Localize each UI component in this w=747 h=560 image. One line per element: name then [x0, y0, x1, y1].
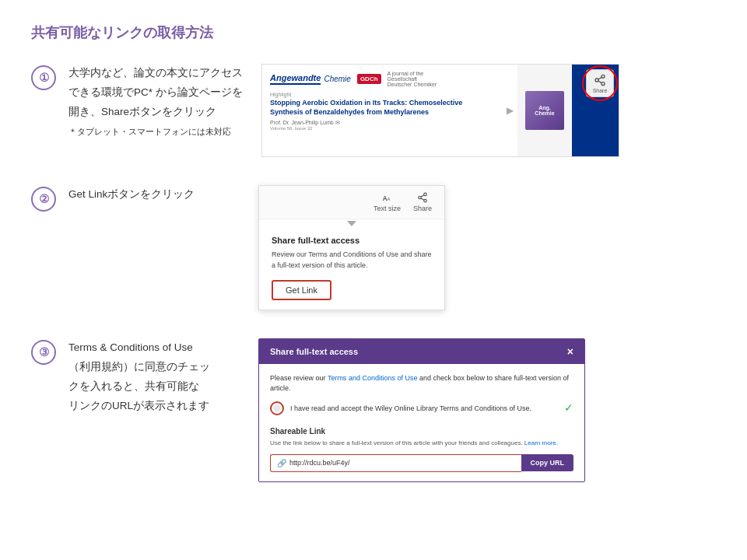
share-panel-title: Share full-text access	[272, 236, 432, 245]
toolbar-share-label: Share	[413, 205, 432, 212]
share-panel: Share full-text access Review our Terms …	[259, 226, 444, 310]
modal-body: Please review our Terms and Conditions o…	[259, 364, 584, 481]
terms-text: Please review our Terms and Conditions o…	[270, 373, 573, 393]
checkbox-inner	[273, 404, 281, 412]
svg-line-11	[421, 195, 424, 197]
step-3-number: ③	[31, 340, 56, 365]
svg-line-4	[598, 77, 602, 79]
article-author: Prof. Dr. Jean-Philip Lumb ✉	[270, 120, 494, 126]
gdch-badge: GDCh	[357, 74, 381, 84]
svg-line-3	[598, 81, 602, 83]
checkbox-label: I have read and accept the Wiley Online …	[290, 404, 558, 414]
step-1-text: 大学内など、論文の本文にアクセス できる環境でPC* から論文ページを 開き、S…	[68, 64, 243, 142]
step-3: ③ Terms & Conditions of Use （利用規約）に同意のチェ…	[31, 338, 716, 482]
journal-sidebar: Ang.Chemie	[517, 65, 572, 156]
shareable-desc: Use the link below to share a full-text …	[270, 439, 573, 448]
checkbox-row: I have read and accept the Wiley Online …	[270, 401, 573, 416]
step-1-image: Angewandte Chemie GDCh A journal of theG…	[261, 64, 619, 157]
step-2-content: Get Linkボタンをクリック A A Text size	[68, 185, 716, 310]
toolbar-text-size[interactable]: A A Text size	[374, 192, 401, 212]
toolbar-share-icon	[417, 192, 428, 203]
svg-point-0	[601, 75, 605, 78]
shareable-section: Shareable Link Use the link below to sha…	[270, 427, 573, 472]
modal-title: Share full-text access	[270, 347, 358, 356]
svg-text:A: A	[383, 195, 388, 202]
screenshot-1: Angewandte Chemie GDCh A journal of theG…	[261, 64, 619, 157]
screenshot-2: A A Text size Share	[258, 185, 445, 310]
svg-point-1	[595, 79, 598, 82]
get-link-button[interactable]: Get Link	[272, 280, 331, 300]
share-button[interactable]: Share	[586, 69, 614, 97]
svg-point-7	[424, 193, 427, 196]
share-panel-desc: Review our Terms and Conditions of Use a…	[272, 250, 432, 271]
thumbnail-box: Ang.Chemie	[525, 91, 564, 130]
svg-line-10	[421, 198, 424, 200]
step-2: ② Get Linkボタンをクリック A A Text size	[31, 185, 716, 310]
share-label: Share	[593, 88, 608, 93]
svg-text:A: A	[388, 197, 391, 201]
journal-subtitle: A journal of theGesellschaftDeutscher Ch…	[388, 71, 437, 87]
share-icon	[594, 74, 606, 86]
link-icon: 🔗	[277, 459, 286, 467]
article-meta: Volume 56, Issue 32	[270, 126, 494, 131]
modal-close-button[interactable]: ×	[567, 345, 573, 358]
step-3-image: Share full-text access × Please review o…	[258, 338, 585, 482]
copy-url-button[interactable]: Copy URL	[521, 454, 574, 471]
terms-row: Please review our Terms and Conditions o…	[270, 373, 573, 393]
modal-header: Share full-text access ×	[259, 339, 584, 364]
step-1-number: ①	[31, 65, 56, 90]
step-3-content: Terms & Conditions of Use （利用規約）に同意のチェッ …	[68, 338, 716, 482]
text-size-icon: A A	[381, 192, 392, 203]
thumbnail-text: Ang.Chemie	[535, 105, 554, 116]
page-title: 共有可能なリンクの取得方法	[31, 23, 716, 42]
url-value: http://rdcu.be/uF4y/	[289, 459, 350, 467]
screenshot-3: Share full-text access × Please review o…	[258, 338, 585, 482]
journal-name-italic: Angewandte	[270, 73, 321, 85]
step-2-text: Get Linkボタンをクリック	[68, 185, 240, 205]
text-size-label: Text size	[374, 205, 401, 212]
step-3-text: Terms & Conditions of Use （利用規約）に同意のチェッ …	[68, 338, 240, 416]
dropdown-arrow	[347, 221, 356, 226]
shareable-title: Shareable Link	[270, 427, 573, 436]
terms-checkbox[interactable]	[270, 401, 284, 415]
svg-point-8	[419, 196, 422, 199]
step-1-content: 大学内など、論文の本文にアクセス できる環境でPC* から論文ページを 開き、S…	[68, 64, 716, 157]
svg-point-9	[424, 199, 427, 202]
url-input-wrap: 🔗 http://rdcu.be/uF4y/	[270, 454, 521, 472]
journal-main: Angewandte Chemie GDCh A journal of theG…	[262, 65, 502, 156]
step-1: ① 大学内など、論文の本文にアクセス できる環境でPC* から論文ページを 開き…	[31, 64, 716, 157]
svg-point-2	[601, 82, 605, 85]
step-2-image: A A Text size Share	[258, 185, 445, 310]
journal-header: Angewandte Chemie GDCh A journal of theG…	[270, 71, 494, 87]
url-row: 🔗 http://rdcu.be/uF4y/ Copy URL	[270, 454, 573, 472]
article-highlight: Highlight	[270, 92, 494, 97]
toolbar-share[interactable]: Share	[413, 192, 432, 212]
check-mark: ✓	[564, 401, 573, 416]
toolbar-bar: A A Text size Share	[259, 186, 444, 219]
journal-logo: Angewandte Chemie	[270, 73, 351, 85]
journal-name-chemie: Chemie	[324, 75, 350, 83]
article-title: Stopping Aerobic Oxidation in Its Tracks…	[270, 99, 494, 117]
step-2-number: ②	[31, 187, 56, 212]
